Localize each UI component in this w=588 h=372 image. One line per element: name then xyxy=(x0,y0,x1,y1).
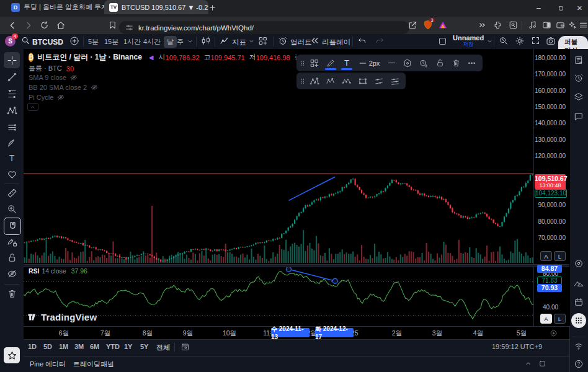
bottom-tab-1[interactable]: 트레이딩패널 xyxy=(73,360,114,369)
url-bar[interactable]: kr.tradingview.com/chart/pWhVtQhd/ xyxy=(119,21,409,34)
range-1M[interactable]: 1M xyxy=(59,343,68,350)
settings-hex-icon[interactable] xyxy=(399,55,416,71)
timeframe-1시간[interactable]: 1시간 xyxy=(123,37,141,46)
media-control-icon[interactable] xyxy=(528,20,537,30)
text-tool-button[interactable]: T xyxy=(4,150,20,166)
home-button[interactable] xyxy=(56,20,66,30)
timeframe-4시간[interactable]: 4시간 xyxy=(143,37,161,46)
long-position-button[interactable] xyxy=(4,119,20,135)
expand-panel-icon[interactable] xyxy=(524,360,532,368)
overflow-extensions-icon[interactable] xyxy=(478,20,487,30)
chart-type-icon[interactable] xyxy=(201,36,211,46)
pane-separator[interactable] xyxy=(24,264,569,267)
layout-name-text[interactable]: Unnamed xyxy=(453,35,484,41)
alert-icon[interactable] xyxy=(278,36,288,46)
auto-scale-button[interactable]: A xyxy=(540,251,552,261)
rsi-chart[interactable] xyxy=(24,266,533,326)
back-button[interactable] xyxy=(7,20,17,30)
trash-button[interactable] xyxy=(4,285,20,301)
lock-drawing-icon[interactable] xyxy=(432,55,448,71)
patterns-panel-icon[interactable] xyxy=(571,276,586,291)
symbol-search-icon[interactable] xyxy=(21,36,30,45)
line-width-icon[interactable]: 2px xyxy=(355,55,383,71)
browser-tab-inactive[interactable]: D투딩 | 올바른 암호화폐 투자의 모든 xyxy=(6,0,109,14)
indicators-menu-icon[interactable] xyxy=(248,38,255,45)
range-3M[interactable]: 3M xyxy=(74,343,84,350)
browser-menu-icon[interactable] xyxy=(579,20,588,30)
replay-icon[interactable] xyxy=(310,36,319,45)
indicator-legend[interactable]: BB 20 SMA close 2 xyxy=(29,84,98,91)
magnet-button[interactable] xyxy=(4,218,21,235)
elliott-12-icon[interactable] xyxy=(323,73,339,89)
range-YTD[interactable]: YTD xyxy=(106,343,120,350)
symbol-name[interactable]: BTCUSD xyxy=(32,38,63,46)
forward-button[interactable] xyxy=(24,20,33,30)
rsi-axis-mode-buttons[interactable]: AL xyxy=(540,314,566,324)
drawing-lock-button[interactable] xyxy=(4,234,20,250)
brush-button[interactable] xyxy=(4,135,20,151)
add-alert-icon[interactable] xyxy=(416,55,432,71)
triangle-extension-icon[interactable] xyxy=(438,20,448,30)
timeframe-15분[interactable]: 15분 xyxy=(104,37,118,46)
bottom-tab-0[interactable]: Pine 에디터 xyxy=(30,360,66,369)
elliott-abc-icon[interactable] xyxy=(339,73,355,89)
share-icon[interactable] xyxy=(408,20,417,30)
range-6M[interactable]: 6M xyxy=(90,343,99,350)
line-style-icon[interactable] xyxy=(383,55,399,71)
toolbar2-drag-handle[interactable] xyxy=(299,73,306,89)
rsi-legend[interactable]: RSI14 close37.96 xyxy=(29,267,87,275)
clock-utc[interactable]: 19:59:12 UTC+9 xyxy=(492,343,542,350)
indicator-legend[interactable]: Pi Cycle xyxy=(29,94,65,101)
heart-button[interactable] xyxy=(4,166,20,182)
search-tabs-icon[interactable] xyxy=(509,20,518,30)
chat-panel-icon[interactable] xyxy=(571,109,586,124)
xabcd-tool-icon[interactable] xyxy=(306,73,323,89)
shield-extension-icon[interactable]: 3 xyxy=(423,20,433,30)
symbol-legend[interactable]: ₿비트코인 / 달러 · 1날 · Binance◀시109,786.32고10… xyxy=(29,52,296,63)
bookmark-icon[interactable] xyxy=(108,20,117,30)
window-close-button[interactable]: × xyxy=(577,2,582,13)
reload-button[interactable] xyxy=(40,20,49,30)
target-panel-icon[interactable] xyxy=(571,256,586,271)
ruler-button[interactable] xyxy=(4,185,20,201)
layout-templates-icon[interactable] xyxy=(258,36,268,46)
timeframe-주[interactable]: 주 xyxy=(177,37,184,46)
window-maximize-button[interactable] xyxy=(558,5,564,12)
indicator-legend[interactable]: SMA 9 close xyxy=(29,74,78,81)
log-scale-button[interactable]: L xyxy=(554,251,566,261)
rsi-auto-scale-button[interactable]: A xyxy=(540,314,552,324)
toolbar-drag-handle[interactable] xyxy=(299,55,306,71)
zoom-in-button[interactable] xyxy=(4,201,20,217)
settings-gear-icon[interactable] xyxy=(515,36,525,46)
extensions-icon[interactable] xyxy=(493,20,502,30)
browser-tab-active[interactable]: TVBTCUSD 109,510.67 ▼ -0.25% xyxy=(104,0,208,14)
fullscreen-icon[interactable] xyxy=(531,36,540,45)
url-text[interactable]: kr.tradingview.com/chart/pWhVtQhd/ xyxy=(138,24,254,32)
help-panel-icon[interactable] xyxy=(571,356,586,371)
alarm-panel-icon[interactable] xyxy=(571,71,586,86)
rsi-pane[interactable] xyxy=(24,266,533,326)
eye-off-icon[interactable] xyxy=(91,84,98,91)
go-to-date-icon[interactable] xyxy=(180,342,190,352)
watchlist-panel-icon[interactable] xyxy=(571,53,586,68)
drawing-toolbar-row2[interactable] xyxy=(296,73,406,89)
trend-line-button[interactable] xyxy=(4,69,20,85)
axis-settings-icon[interactable] xyxy=(550,329,558,337)
indicators-icon[interactable] xyxy=(220,36,229,46)
delete-drawing-icon[interactable] xyxy=(448,55,464,71)
rsi-log-scale-button[interactable]: L xyxy=(554,314,566,324)
timeframe-menu-icon[interactable] xyxy=(187,38,194,45)
calendar-panel-icon[interactable] xyxy=(571,294,586,309)
crosshair-button[interactable] xyxy=(4,52,20,68)
apps-panel-icon[interactable] xyxy=(571,313,586,328)
price-chart[interactable] xyxy=(24,49,533,264)
timeframe-날[interactable]: 날 xyxy=(164,36,177,48)
range-전체[interactable]: 전체 xyxy=(156,343,170,352)
redo-icon[interactable] xyxy=(375,36,385,46)
range-1Y[interactable]: 1Y xyxy=(124,343,132,350)
volume-legend[interactable]: 볼륨 · BTC30 xyxy=(29,64,74,73)
maximize-panel-icon[interactable] xyxy=(538,360,546,368)
favorites-star-button[interactable] xyxy=(4,347,20,363)
undo-icon[interactable] xyxy=(357,36,367,46)
range-5Y[interactable]: 5Y xyxy=(140,343,148,350)
